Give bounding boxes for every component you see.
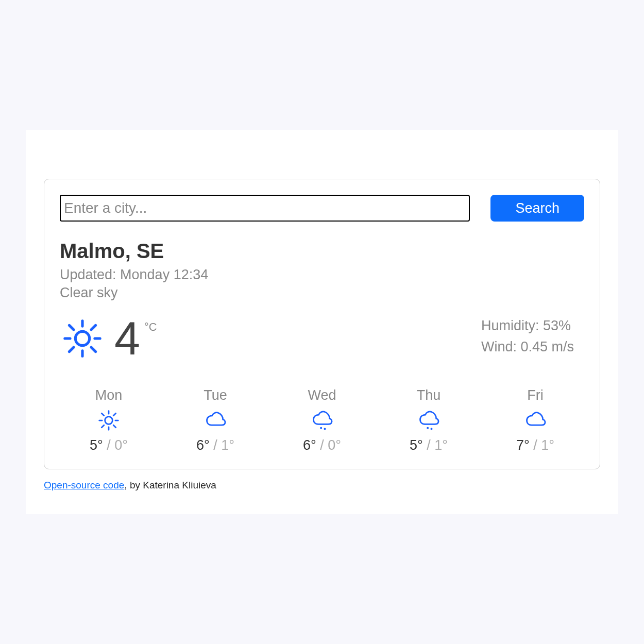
current-left: 4 °C xyxy=(60,315,157,362)
forecast-col: Tue 6° / 1° xyxy=(182,387,249,453)
city-search-input[interactable] xyxy=(60,195,470,222)
forecast-col: Wed 6° / 0° xyxy=(289,387,355,453)
forecast-day-label: Tue xyxy=(204,387,227,403)
forecast-high: 5° xyxy=(90,437,103,453)
app-container: Search Malmo, SE Updated: Monday 12:34 C… xyxy=(26,130,618,514)
forecast-high: 7° xyxy=(516,437,530,453)
forecast-high: 6° xyxy=(196,437,210,453)
forecast-temps: 6° / 1° xyxy=(196,437,234,453)
cloud-drizzle-icon xyxy=(310,409,334,432)
city-heading: Malmo, SE xyxy=(60,240,584,263)
forecast-day-label: Thu xyxy=(417,387,441,403)
forecast-temps: 6° / 0° xyxy=(303,437,341,453)
forecast-low: 1° xyxy=(221,437,234,453)
footer: Open-source code, by Katerina Kliuieva xyxy=(44,480,600,491)
temp-separator: / xyxy=(213,437,221,453)
updated-time: Updated: Monday 12:34 xyxy=(60,267,584,283)
forecast-day-label: Mon xyxy=(95,387,123,403)
search-row: Search xyxy=(60,195,584,222)
humidity-label: Humidity: 53% xyxy=(481,315,574,336)
cloud-icon xyxy=(204,409,227,432)
forecast-col: Mon 5° / 0° xyxy=(75,387,142,453)
current-conditions: 4 °C Humidity: 53% Wind: 0.45 m/s xyxy=(60,315,584,362)
temp-separator: / xyxy=(320,437,328,453)
temp-separator: / xyxy=(533,437,541,453)
forecast-day-label: Fri xyxy=(527,387,543,403)
forecast-low: 1° xyxy=(541,437,554,453)
forecast-high: 5° xyxy=(410,437,423,453)
forecast-temps: 5° / 0° xyxy=(90,437,128,453)
forecast-low: 0° xyxy=(328,437,341,453)
forecast-temps: 7° / 1° xyxy=(516,437,554,453)
temperature-value: 4 xyxy=(114,315,140,362)
wind-label: Wind: 0.45 m/s xyxy=(481,336,574,358)
cloud-drizzle-icon xyxy=(417,409,440,432)
forecast-low: 0° xyxy=(114,437,128,453)
weather-description: Clear sky xyxy=(60,285,584,301)
temp-separator: / xyxy=(427,437,434,453)
forecast-temps: 5° / 1° xyxy=(410,437,448,453)
weather-stats: Humidity: 53% Wind: 0.45 m/s xyxy=(481,315,574,357)
forecast-day-label: Wed xyxy=(308,387,336,403)
temperature-unit: °C xyxy=(144,320,157,334)
footer-author: , by Katerina Kliuieva xyxy=(124,480,216,490)
search-button[interactable]: Search xyxy=(490,195,584,222)
open-source-link[interactable]: Open-source code xyxy=(44,480,124,490)
forecast-row: Mon 5° / 0° Tue 6° / 1° Wed xyxy=(60,387,584,453)
temp-separator: / xyxy=(107,437,114,453)
forecast-col: Fri 7° / 1° xyxy=(502,387,569,453)
sun-icon xyxy=(97,409,121,432)
forecast-col: Thu 5° / 1° xyxy=(395,387,462,453)
weather-card: Search Malmo, SE Updated: Monday 12:34 C… xyxy=(44,179,600,469)
forecast-high: 6° xyxy=(303,437,316,453)
forecast-low: 1° xyxy=(434,437,448,453)
sun-icon xyxy=(60,316,105,361)
temperature: 4 °C xyxy=(114,315,157,362)
cloud-icon xyxy=(523,409,547,432)
